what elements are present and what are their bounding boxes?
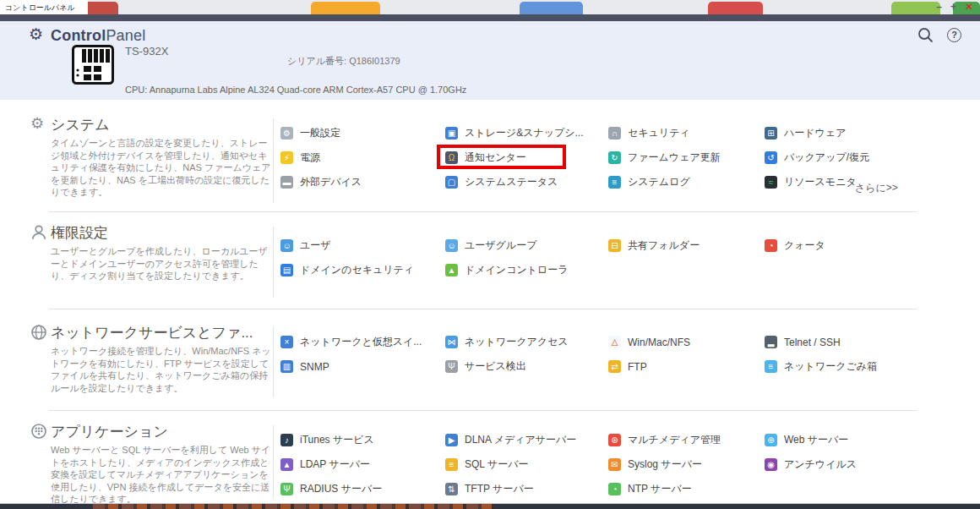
backup-restore-icon: ↺ [765,151,777,164]
app-item-label: アンチウイルス [784,457,857,472]
snmp-icon: ▥ [280,360,293,373]
network-items-grid: ×ネットワークと仮想スイ...⋈ネットワークアクセス△Win/Mac/NFS▂T… [280,330,917,379]
more-link[interactable]: さらに>> [855,181,898,195]
desktop-background-strip [0,0,980,14]
app-item-notification-center[interactable]: Ω通知センター [445,145,608,170]
app-item-label: iTunes サービス [300,433,374,447]
resource-monitor-icon: ≈ [765,176,777,189]
section-title-system: システム [51,115,110,134]
domain-controller-icon: ▲ [445,264,458,276]
header: ⚙ ControlPanel TS-932X シリアル番号: Q186I0137… [0,21,980,100]
help-icon[interactable]: ? [947,28,961,42]
section-description-system: タイムゾーンと言語の設定を変更したり、ストレージ領域と外付けデバイスを管理したり… [51,137,272,199]
app-item-label: SNMP [300,361,329,373]
app-item-telnet-ssh[interactable]: ▂Telnet / SSH [765,330,917,354]
window-tab[interactable]: コントロールパネル [0,0,88,14]
close-button[interactable]: ✕ [965,1,973,13]
nas-device-image [72,45,114,85]
user-icon: ☺ [280,239,293,252]
app-item-label: Win/Mac/NFS [628,337,690,348]
app-item-ftp[interactable]: ⇄FTP [608,354,765,379]
tftp-server-icon: ⇅ [445,483,458,495]
control-panel-window: コントロールパネル – + ✕ ⚙ ControlPanel TS-932X シ… [0,0,980,509]
system-items-grid: ⚙一般設定▣ストレージ&スナップシ...∩セキュリティ⊞ハードウェア⚡電源Ω通知… [280,121,917,194]
permissions-items-grid: ☺ユーザ☺ユーザグループ⊟共有フォルダー◔クォータ▤ドメインのセキュリティ▲ドメ… [280,233,917,282]
network-recycle-bin-icon: ≡ [765,360,777,373]
app-item-ntp-server[interactable]: ◔NTP サーバー [608,477,765,501]
app-item-network-virtual-switch[interactable]: ×ネットワークと仮想スイ... [280,330,445,354]
app-item-tftp-server[interactable]: ⇅TFTP サーバー [445,477,608,501]
app-item-storage-snapshots[interactable]: ▣ストレージ&スナップシ... [445,121,608,145]
desktop-icon-peek [311,2,380,14]
app-item-syslog-server[interactable]: ✉Syslog サーバー [608,452,765,477]
web-server-icon: ⊕ [765,434,777,446]
app-item-system-status[interactable]: ▢システムステータス [445,170,608,194]
ntp-server-icon: ◔ [608,483,621,495]
app-item-label: ユーザ [300,238,331,253]
search-icon[interactable] [917,27,934,43]
divider [273,425,274,499]
antivirus-icon: ◉ [765,458,777,471]
permissions-section-icon [30,224,47,241]
app-item-label: Telnet / SSH [784,337,841,348]
multimedia-management-icon: ⊛ [608,434,621,446]
app-item-firmware-update[interactable]: ↻ファームウェア更新 [608,145,765,170]
maximize-button[interactable]: + [950,1,956,13]
app-item-domain-controller[interactable]: ▲ドメインコントローラ [445,258,608,282]
app-item-label: Web サーバー [784,433,848,447]
app-item-multimedia-management[interactable]: ⊛マルチメディア管理 [608,428,765,452]
desktop-icon-peek [708,2,763,14]
app-item-user[interactable]: ☺ユーザ [280,233,445,258]
system-section-icon: ⚙ [30,115,47,132]
app-item-network-recycle-bin[interactable]: ≡ネットワークごみ箱 [765,354,917,379]
window-titlebar [0,14,980,21]
app-item-backup-restore[interactable]: ↺バックアップ/復元 [765,145,917,170]
app-item-system-log[interactable]: ≡システムログ [608,170,765,194]
app-item-security[interactable]: ∩セキュリティ [608,121,765,145]
power-icon: ⚡ [280,151,293,164]
app-item-label: NTP サーバー [628,482,692,496]
app-item-power[interactable]: ⚡電源 [280,145,445,170]
service-discovery-icon: Ψ [445,360,458,373]
section-description-network: ネットワーク接続を管理したり、Win/Mac/NFS ネットワークを有効にしたり… [51,345,272,394]
firmware-update-icon: ↻ [608,151,621,164]
quota-icon: ◔ [765,239,777,252]
app-item-quota[interactable]: ◔クォータ [765,233,917,258]
page-title: ControlPanel [51,27,145,45]
window-tab-title: コントロールパネル [5,3,75,12]
section-divider [49,309,917,309]
app-item-label: DLNA メディアサーバー [465,433,576,447]
app-item-snmp[interactable]: ▥SNMP [280,354,445,379]
dlna-media-server-icon: ▶ [445,434,458,446]
app-item-label: マルチメディア管理 [628,433,721,447]
section-description-permissions: ユーザーとグループを作成したり、ローカルユーザーとドメインユーザーのアクセス許可… [51,245,272,282]
app-item-external-device[interactable]: ▬外部デバイス [280,170,445,194]
app-item-antivirus[interactable]: ◉アンチウイルス [765,452,917,477]
app-item-ldap-server[interactable]: ▲LDAP サーバー [280,452,445,477]
app-item-domain-security[interactable]: ▤ドメインのセキュリティ [280,258,445,282]
syslog-server-icon: ✉ [608,458,621,471]
divider [273,118,274,203]
app-item-dlna-media-server[interactable]: ▶DLNA メディアサーバー [445,428,608,452]
app-item-user-group[interactable]: ☺ユーザグループ [445,233,608,258]
app-item-label: リソースモニタ [784,175,857,189]
app-item-network-access[interactable]: ⋈ネットワークアクセス [445,330,608,354]
app-item-general-settings[interactable]: ⚙一般設定 [280,121,445,145]
app-item-itunes-service[interactable]: ♪iTunes サービス [280,428,445,452]
app-item-hardware[interactable]: ⊞ハードウェア [765,121,917,145]
app-item-radius-server[interactable]: ΨRADIUS サーバー [280,477,445,501]
app-item-label: システムログ [628,175,690,189]
app-item-label: Syslog サーバー [628,457,702,472]
app-item-sql-server[interactable]: ≡SQL サーバー [445,452,608,477]
app-item-web-server[interactable]: ⊕Web サーバー [765,428,917,452]
desktop-icon-peek [520,2,583,14]
app-item-label: 外部デバイス [300,175,362,189]
shared-folder-icon: ⊟ [608,239,621,252]
app-item-shared-folder[interactable]: ⊟共有フォルダー [608,233,765,258]
app-item-win-mac-nfs[interactable]: △Win/Mac/NFS [608,330,765,354]
app-item-label: ドメインのセキュリティ [300,263,414,277]
app-item-label: バックアップ/復元 [784,151,869,165]
minimize-button[interactable]: – [936,1,942,13]
app-item-service-discovery[interactable]: Ψサービス検出 [445,354,608,379]
model-name: TS-932X [125,45,168,57]
